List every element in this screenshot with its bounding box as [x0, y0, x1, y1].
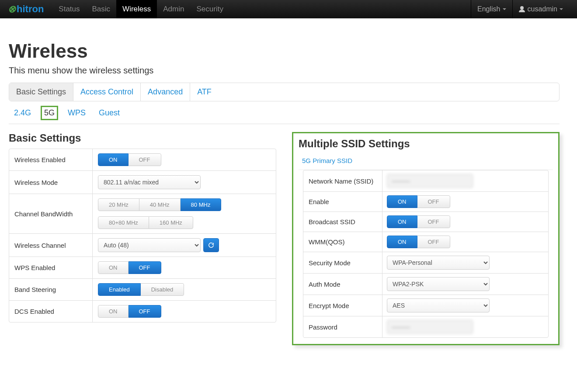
row-wps-enabled: WPS Enabled ON OFF: [9, 257, 276, 279]
toggle-enable[interactable]: ON OFF: [387, 195, 450, 208]
bw-80-80[interactable]: 80+80 MHz: [98, 216, 149, 229]
ssid-settings-panel: Multiple SSID Settings 5G Primary SSID N…: [292, 132, 560, 345]
toggle-off[interactable]: OFF: [417, 195, 450, 208]
page-subtitle: This menu show the wireless settings: [9, 66, 560, 76]
label-password: Password: [303, 317, 382, 337]
toggle-off[interactable]: OFF: [129, 261, 161, 274]
tab-atf[interactable]: ATF: [190, 83, 219, 101]
row-wireless-channel: Wireless Channel Auto (48): [9, 234, 276, 257]
toggle-broadcast[interactable]: ON OFF: [387, 215, 450, 228]
select-wireless-mode[interactable]: 802.11 a/n/ac mixed: [98, 175, 201, 189]
label-wmm-qos: WMM(QOS): [303, 232, 382, 252]
label-band-steering: Band Steering: [9, 280, 92, 299]
toggle-on[interactable]: ON: [98, 305, 129, 318]
row-password: Password: [303, 316, 548, 337]
input-password[interactable]: [387, 320, 473, 334]
select-security-mode[interactable]: WPA-Personal: [387, 256, 490, 270]
row-wireless-mode: Wireless Mode 802.11 a/n/ac mixed: [9, 171, 276, 194]
toggle-off[interactable]: OFF: [129, 153, 161, 166]
toggle-on[interactable]: ON: [98, 153, 129, 166]
brand-logo: ⊗hitron: [8, 3, 44, 15]
tab-5g[interactable]: 5G: [42, 108, 56, 118]
refresh-channel-button[interactable]: [203, 238, 219, 252]
user-dropdown[interactable]: cusadmin: [512, 0, 569, 18]
label-encrypt-mode: Encrypt Mode: [303, 296, 382, 316]
toggle-on[interactable]: ON: [387, 236, 417, 248]
tabs-band: 2.4G 5G WPS Guest: [9, 101, 560, 124]
label-channel-bandwidth: Channel BandWidth: [9, 204, 92, 224]
toggle-wps-enabled[interactable]: ON OFF: [98, 261, 161, 274]
label-network-name: Network Name (SSID): [303, 171, 382, 191]
row-network-name: Network Name (SSID): [303, 170, 548, 192]
user-icon: [519, 6, 525, 12]
toggle-off[interactable]: OFF: [417, 236, 450, 248]
row-auth-mode: Auth Mode WPA2-PSK: [303, 274, 548, 295]
bandwidth-group-2[interactable]: 80+80 MHz 160 MHz: [98, 216, 193, 229]
tab-basic-settings[interactable]: Basic Settings: [9, 83, 73, 101]
toggle-wmm[interactable]: ON OFF: [387, 236, 450, 248]
row-dcs-enabled: DCS Enabled ON OFF: [9, 301, 276, 322]
toggle-disabled[interactable]: Disabled: [141, 283, 184, 296]
select-encrypt-mode[interactable]: AES: [387, 298, 490, 312]
toggle-on[interactable]: ON: [387, 195, 417, 208]
bandwidth-group-1[interactable]: 20 MHz 40 MHz 80 MHz: [98, 198, 221, 211]
tab-wps[interactable]: WPS: [66, 108, 87, 118]
label-wireless-enabled: Wireless Enabled: [9, 150, 92, 170]
bw-160[interactable]: 160 MHz: [149, 216, 193, 229]
select-auth-mode[interactable]: WPA2-PSK: [387, 277, 490, 291]
ssid-settings-heading: Multiple SSID Settings: [299, 138, 553, 150]
tab-24g[interactable]: 2.4G: [12, 108, 33, 118]
toggle-on[interactable]: ON: [98, 261, 129, 274]
refresh-icon: [208, 242, 214, 248]
toggle-off[interactable]: OFF: [417, 215, 450, 228]
label-broadcast-ssid: Broadcast SSID: [303, 212, 382, 232]
tab-guest[interactable]: Guest: [97, 108, 122, 118]
tabs-primary: Basic Settings Access Control Advanced A…: [9, 83, 560, 101]
toggle-enabled[interactable]: Enabled: [98, 283, 141, 296]
top-navbar: ⊗hitron Status Basic Wireless Admin Secu…: [0, 0, 577, 18]
bw-80[interactable]: 80 MHz: [181, 198, 222, 211]
page-title: Wireless: [9, 40, 560, 62]
row-wmm-qos: WMM(QOS) ON OFF: [303, 232, 548, 252]
ssid-tab-primary[interactable]: 5G Primary SSID: [299, 154, 553, 170]
toggle-band-steering[interactable]: Enabled Disabled: [98, 283, 184, 296]
language-dropdown[interactable]: English: [471, 0, 512, 18]
row-enable: Enable ON OFF: [303, 192, 548, 212]
basic-settings-heading: Basic Settings: [9, 132, 276, 144]
toggle-off[interactable]: OFF: [129, 305, 161, 318]
tab-access-control[interactable]: Access Control: [73, 83, 141, 101]
label-wps-enabled: WPS Enabled: [9, 258, 92, 278]
nav-status[interactable]: Status: [52, 0, 86, 18]
row-band-steering: Band Steering Enabled Disabled: [9, 279, 276, 301]
toggle-dcs-enabled[interactable]: ON OFF: [98, 305, 161, 318]
caret-down-icon: [503, 8, 506, 10]
nav-wireless[interactable]: Wireless: [116, 0, 157, 18]
select-wireless-channel[interactable]: Auto (48): [98, 238, 201, 252]
label-auth-mode: Auth Mode: [303, 274, 382, 294]
bw-20[interactable]: 20 MHz: [98, 198, 139, 211]
row-wireless-enabled: Wireless Enabled ON OFF: [9, 149, 276, 171]
basic-settings-panel: Wireless Enabled ON OFF Wireless Mode 80…: [9, 149, 276, 323]
nav-security[interactable]: Security: [190, 0, 229, 18]
input-network-name[interactable]: [387, 174, 473, 188]
tab-advanced[interactable]: Advanced: [141, 83, 190, 101]
bw-40[interactable]: 40 MHz: [139, 198, 181, 211]
row-broadcast-ssid: Broadcast SSID ON OFF: [303, 212, 548, 232]
row-encrypt-mode: Encrypt Mode AES: [303, 295, 548, 316]
nav-basic[interactable]: Basic: [86, 0, 117, 18]
label-enable: Enable: [303, 192, 382, 212]
row-security-mode: Security Mode WPA-Personal: [303, 252, 548, 274]
nav-admin[interactable]: Admin: [157, 0, 190, 18]
toggle-on[interactable]: ON: [387, 215, 417, 228]
caret-down-icon: [560, 8, 563, 10]
label-wireless-mode: Wireless Mode: [9, 173, 92, 192]
label-dcs-enabled: DCS Enabled: [9, 302, 92, 321]
toggle-wireless-enabled[interactable]: ON OFF: [98, 153, 161, 166]
row-channel-bandwidth: Channel BandWidth 20 MHz 40 MHz 80 MHz 8…: [9, 194, 276, 234]
primary-nav: Status Basic Wireless Admin Security: [52, 0, 229, 18]
label-security-mode: Security Mode: [303, 253, 382, 273]
label-wireless-channel: Wireless Channel: [9, 236, 92, 255]
